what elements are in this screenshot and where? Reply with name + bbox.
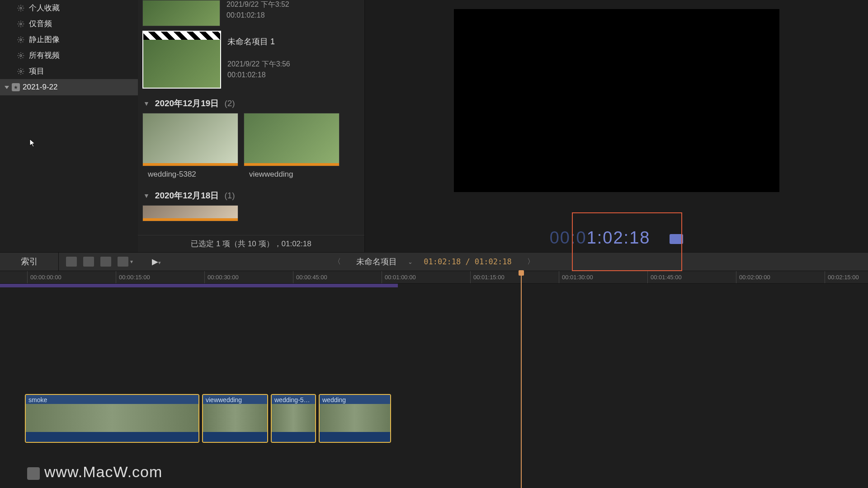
gear-icon [17,20,24,28]
clip-thumb[interactable] [142,113,238,166]
proj-date: 2021/9/22 下午3:52 [226,0,289,9]
status-text: 已选定 1 项（共 10 项），01:02:18 [191,239,311,249]
viewer-timecode[interactable]: 00:01:02:18 [365,228,868,248]
nav-prev-icon[interactable]: 〈 [329,257,345,267]
side-label: 静止图像 [29,34,60,45]
svg-point-1 [20,23,22,25]
viewer-canvas[interactable] [454,9,779,192]
watermark-icon [27,467,40,480]
ruler-tick: 00:01:00:00 [382,271,416,283]
clip-audio[interactable] [203,432,267,442]
date-group-header[interactable]: ▼ 2020年12月18日 (1) [142,185,360,205]
timeline-marker-strip [0,284,398,287]
ruler-tick: 00:02:00:00 [736,271,770,283]
clip-label: viewwedding [244,166,340,183]
clapper-icon [143,32,220,40]
proj-title: 未命名项目 1 [227,36,290,47]
watermark: www.MacW.com [27,463,162,481]
ruler-tick: 00:02:15:00 [825,271,859,283]
clip-item[interactable]: viewwedding [244,113,340,183]
disclosure-tri-icon[interactable]: ▼ [143,192,150,199]
date-label: 2020年12月19日 [155,98,219,109]
primary-storyline[interactable]: smokeviewweddingwedding-5…wedding [25,394,391,443]
clip-audio[interactable] [26,432,198,442]
clip-title: wedding [320,395,390,404]
clip-filmstrip[interactable] [203,404,267,432]
ruler-tick: 00:00:30:00 [204,271,239,283]
smart-stills[interactable]: 静止图像 [0,32,138,47]
overwrite-clip-icon[interactable]: ▾ [118,257,128,267]
timeline-toolbar: 索引 ▾ ▶▾ 〈 未命名项目 ⌄ 01:02:18 / 01:02:18 〉 [0,252,868,271]
gear-icon [17,68,24,75]
clip-audio[interactable] [320,432,390,442]
append-clip-icon[interactable] [100,257,111,267]
date-count: (1) [224,191,235,201]
timeline-clip[interactable]: wedding [319,394,391,443]
timeline[interactable]: smokeviewweddingwedding-5…wedding www.Ma… [0,284,868,488]
proj-duration: 01:02:18 / 01:02:18 [424,257,511,266]
connect-clip-icon[interactable] [66,257,77,267]
project-thumb[interactable] [142,31,221,89]
event-row[interactable]: ★ 2021-9-22 [0,79,138,95]
cursor-icon [29,139,36,148]
browser-status: 已选定 1 项（共 10 项），01:02:18 [138,235,364,252]
project-row[interactable]: 2021/9/22 下午3:52 00:01:02:18 [142,0,360,26]
disclosure-tri-icon[interactable]: ▼ [143,100,150,107]
insert-clip-icon[interactable] [83,257,94,267]
svg-point-4 [20,70,22,72]
sidebar: 个人收藏 仅音频 静止图像 所有视频 项目 ★ 2021-9-22 [0,0,138,252]
date-group-header[interactable]: ▼ 2020年12月19日 (2) [142,93,360,113]
clip-title: wedding-5… [272,395,315,404]
gear-icon [17,36,24,43]
chevron-down-icon[interactable]: ⌄ [408,258,413,265]
media-browser: 2021/9/22 下午3:52 00:01:02:18 未命名项目 1 202… [138,0,365,252]
disclosure-tri-icon[interactable] [5,86,9,89]
clip-thumb[interactable] [244,113,340,166]
date-label: 2020年12月18日 [155,190,219,202]
project-thumb[interactable] [142,0,220,26]
gear-icon [17,52,24,59]
clip-item[interactable]: wedding-5382 [142,113,238,183]
date-count: (2) [224,99,235,108]
clip-title: viewwedding [203,395,267,404]
nav-next-icon[interactable]: 〉 [523,257,539,267]
clip-title: smoke [26,395,198,404]
proj-dur: 00:01:02:18 [226,11,289,19]
side-label: 项目 [29,66,44,76]
gear-icon [17,5,24,12]
index-button[interactable]: 索引 [0,253,59,271]
timeline-clip[interactable]: wedding-5… [271,394,316,443]
timeline-ruler[interactable]: 00:00:00:0000:00:15:0000:00:30:0000:00:4… [0,271,868,284]
smart-projects[interactable]: 项目 [0,63,138,79]
project-nav: 〈 未命名项目 ⌄ 01:02:18 / 01:02:18 〉 [329,256,538,267]
filmstrip-icon[interactable] [670,234,683,244]
ruler-tick: 00:01:15:00 [470,271,505,283]
svg-point-2 [20,39,22,41]
timeline-clip[interactable]: viewwedding [202,394,268,443]
ruler-tick: 00:00:00:00 [27,271,61,283]
project-row-selected[interactable]: 未命名项目 1 2021/9/22 下午3:56 00:01:02:18 [142,31,360,89]
clip-item[interactable] [142,205,238,221]
ruler-tick: 00:01:45:00 [647,271,682,283]
proj-name-label[interactable]: 未命名项目 [356,256,397,267]
smart-video[interactable]: 所有视频 [0,47,138,63]
side-label: 个人收藏 [29,3,60,13]
svg-point-0 [20,7,22,9]
event-name: 2021-9-22 [23,83,58,92]
clip-label: wedding-5382 [142,166,238,183]
ruler-tick: 00:00:15:00 [116,271,150,283]
proj-date: 2021/9/22 下午3:56 [227,60,290,69]
clip-audio[interactable] [272,432,315,442]
clip-filmstrip[interactable] [26,404,198,432]
playhead[interactable] [521,271,522,488]
smart-favs[interactable]: 个人收藏 [0,0,138,16]
tc-main: 1:02:18 [587,228,651,247]
smart-audio[interactable]: 仅音频 [0,16,138,32]
clip-filmstrip[interactable] [272,404,315,432]
clip-filmstrip[interactable] [320,404,390,432]
tc-dim: 00:0 [550,228,587,247]
clip-thumb[interactable] [142,205,238,221]
timeline-clip[interactable]: smoke [25,394,199,443]
select-tool-icon[interactable]: ▶▾ [152,257,161,267]
ruler-tick: 00:01:30:00 [559,271,593,283]
